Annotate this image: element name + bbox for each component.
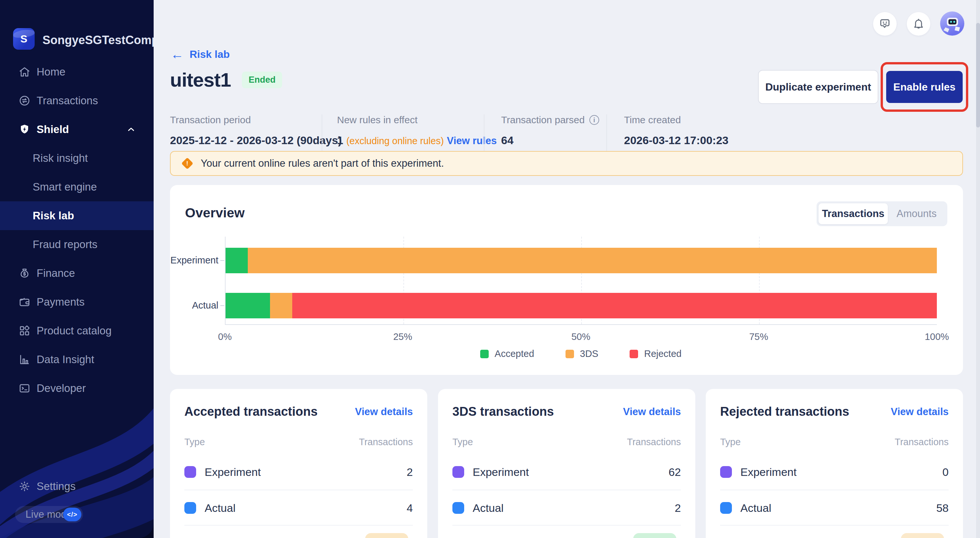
- scrollbar-track[interactable]: [976, 0, 980, 538]
- sidebar-item-finance[interactable]: Finance: [0, 259, 154, 288]
- legend-rejected: Rejected: [630, 349, 681, 359]
- sidebar-item-smart-engine[interactable]: Smart engine: [0, 173, 154, 201]
- sidebar-item-payments[interactable]: Payments: [0, 288, 154, 317]
- rules-count: 1: [337, 134, 343, 146]
- sidebar-subitem-label: Risk lab: [33, 210, 74, 222]
- bar-actual: [226, 293, 937, 318]
- gear-icon: [18, 480, 31, 493]
- column-type: Type: [185, 437, 205, 447]
- overview-title: Overview: [185, 205, 245, 221]
- bar-segment-3ds: [270, 293, 292, 318]
- sidebar-item-transactions[interactable]: Transactions: [0, 86, 154, 115]
- change-badge-partial: [633, 533, 676, 538]
- sidebar-item-settings[interactable]: Settings: [0, 472, 154, 501]
- sidebar-item-label: Home: [37, 66, 65, 78]
- row-divider: [452, 490, 681, 490]
- status-badge: Ended: [242, 72, 282, 88]
- chevron-up-icon[interactable]: [126, 124, 136, 134]
- sidebar-item-label: Settings: [37, 480, 75, 493]
- sidebar-item-shield[interactable]: Shield: [0, 115, 154, 144]
- breadcrumb-label: Risk lab: [189, 48, 230, 60]
- product-catalog-icon: [18, 325, 31, 337]
- warning-text: Your current online rules aren't part of…: [201, 158, 444, 169]
- sidebar-item-product-catalog[interactable]: Product catalog: [0, 317, 154, 345]
- title-row: uitest1 Ended: [170, 67, 282, 92]
- x-tick-25: 25%: [393, 331, 412, 342]
- feedback-button[interactable]: [873, 12, 897, 36]
- change-badge-partial: [901, 533, 944, 538]
- view-details-link[interactable]: View details: [623, 406, 681, 418]
- live-mode-pill: Live mode </>: [15, 506, 83, 523]
- bar-segment-3ds: [248, 248, 937, 273]
- bar-segment-accepted: [226, 293, 270, 318]
- breadcrumb[interactable]: ← Risk lab: [171, 48, 230, 61]
- card-title: Accepted transactions: [185, 405, 318, 419]
- company-name[interactable]: SongyeSGTestComp...: [43, 33, 154, 47]
- logo-letter: S: [20, 33, 27, 45]
- row-divider: [185, 525, 413, 525]
- sidebar-item-fraud-reports[interactable]: Fraud reports: [0, 230, 154, 259]
- threeds-transactions-card: 3DS transactions View details Type Trans…: [438, 389, 695, 538]
- meta-value: 2025-12-12 - 2026-03-12 (90days): [170, 134, 342, 147]
- legend-swatch-rejected: [630, 350, 638, 358]
- column-type: Type: [720, 437, 741, 447]
- table-row-experiment: Experiment 2: [185, 461, 413, 483]
- sidebar-subitem-label: Risk insight: [33, 152, 88, 164]
- sidebar-item-data-insight[interactable]: Data Insight: [0, 345, 154, 374]
- view-details-link[interactable]: View details: [891, 406, 949, 418]
- developer-icon: [18, 382, 31, 395]
- actual-color-dot: [720, 502, 732, 514]
- meta-label: Transaction period: [170, 115, 342, 126]
- column-type: Type: [452, 437, 473, 447]
- sidebar-item-label: Transactions: [37, 94, 98, 107]
- user-avatar[interactable]: [940, 11, 964, 36]
- row-divider: [185, 490, 413, 490]
- sidebar-item-label: Finance: [37, 267, 75, 279]
- change-badge-partial: [365, 533, 408, 538]
- sidebar-item-label: Payments: [37, 296, 85, 308]
- company-logo[interactable]: S: [13, 28, 35, 50]
- enable-rules-button[interactable]: Enable rules: [886, 71, 963, 103]
- y-axis-tick: [220, 260, 224, 261]
- live-mode-toggle[interactable]: </>: [63, 508, 81, 521]
- y-axis-tick: [220, 305, 224, 306]
- info-icon[interactable]: i: [589, 115, 599, 125]
- meta-new-rules: New rules in effect 1 (excluding online …: [337, 115, 497, 147]
- page-title: uitest1: [170, 68, 231, 91]
- bar-experiment: [226, 248, 937, 273]
- meta-value: 2026-03-12 17:00:23: [624, 134, 728, 147]
- robot-avatar-image: [940, 11, 964, 36]
- meta-transaction-period: Transaction period 2025-12-12 - 2026-03-…: [170, 115, 342, 147]
- bar-segment-accepted: [226, 248, 248, 273]
- view-rules-link[interactable]: View rules: [447, 135, 497, 146]
- tab-transactions[interactable]: Transactions: [819, 203, 888, 224]
- accepted-transactions-card: Accepted transactions View details Type …: [170, 389, 427, 538]
- bar-segment-rejected: [292, 293, 937, 318]
- sidebar-item-developer[interactable]: Developer: [0, 374, 154, 403]
- actual-color-dot: [185, 502, 196, 514]
- sidebar: S SongyeSGTestComp... Home Transactions …: [0, 0, 154, 538]
- finance-icon: [18, 267, 31, 279]
- legend-swatch-3ds: [565, 350, 574, 358]
- meta-label: Transaction parsed i: [501, 115, 599, 126]
- sidebar-item-home[interactable]: Home: [0, 57, 154, 86]
- risk-lab-experiment-page: S SongyeSGTestComp... Home Transactions …: [0, 0, 980, 538]
- duplicate-experiment-button[interactable]: Duplicate experiment: [758, 70, 878, 104]
- sidebar-item-risk-lab[interactable]: Risk lab: [0, 201, 154, 230]
- scrollbar-thumb[interactable]: [976, 23, 980, 127]
- table-row-experiment: Experiment 0: [720, 461, 949, 483]
- notifications-button[interactable]: [907, 12, 930, 36]
- meta-label: New rules in effect: [337, 115, 497, 126]
- x-tick-0: 0%: [218, 331, 232, 342]
- meta-value: 64: [501, 134, 599, 147]
- experiment-color-dot: [185, 466, 196, 478]
- notification-bell-icon: [912, 18, 925, 30]
- row-divider: [720, 525, 949, 525]
- view-details-link[interactable]: View details: [355, 406, 413, 418]
- sidebar-item-risk-insight[interactable]: Risk insight: [0, 144, 154, 173]
- column-transactions: Transactions: [359, 437, 413, 447]
- tab-amounts[interactable]: Amounts: [888, 203, 945, 224]
- experiment-color-dot: [452, 466, 464, 478]
- meta-time-created: Time created 2026-03-12 17:00:23: [624, 115, 728, 147]
- meta-transaction-parsed: Transaction parsed i 64: [501, 115, 599, 147]
